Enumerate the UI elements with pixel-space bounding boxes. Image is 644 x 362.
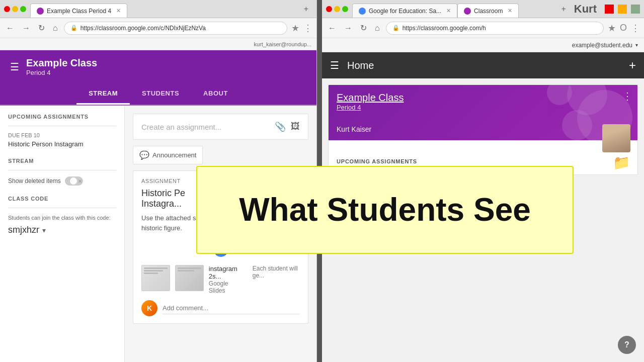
minimize-window-btn[interactable] — [12, 6, 18, 12]
tab-stream[interactable]: STREAM — [76, 83, 130, 105]
attachment-thumb-1[interactable] — [141, 265, 170, 291]
help-button[interactable]: ? — [618, 336, 636, 354]
window-user-label: Kurt — [574, 3, 601, 16]
assignment-type-text: ASSIGNMENT — [141, 178, 181, 184]
card-menu-btn[interactable]: ⋮ — [622, 90, 632, 102]
class-code-desc: Students can join the class with this co… — [8, 214, 116, 222]
right-home-btn[interactable]: ⌂ — [373, 23, 382, 34]
new-tab-btn[interactable]: + — [300, 5, 312, 14]
url-box[interactable]: 🔒 https://classroom.google.com/c/NDIxNjE… — [64, 22, 287, 35]
class-code-text: smjxhzr — [8, 225, 39, 235]
home-header: ☰ Home + — [322, 52, 644, 78]
class-name: Example Class — [26, 57, 97, 69]
comment-row: K — [141, 300, 300, 316]
comment-input[interactable] — [163, 302, 300, 314]
right-star-btn[interactable]: ★ — [608, 23, 616, 34]
sidebar: UPCOMING ASSIGNMENTS DUE FEB 10 Historic… — [0, 106, 125, 362]
class-code-label: CLASS CODE — [8, 196, 116, 202]
class-card: ⋮ Example Class Period 4 Kurt Kaiser UPC… — [328, 84, 638, 175]
right-forward-btn[interactable]: → — [342, 23, 354, 34]
tab-label: Example Class Period 4 — [47, 8, 111, 15]
back-btn[interactable]: ← — [4, 23, 16, 34]
right-close-btn[interactable] — [326, 6, 332, 12]
overlay-banner: What Students See — [196, 166, 574, 254]
tab-about[interactable]: ABOUT — [191, 83, 240, 105]
right-min-dash-btn[interactable] — [618, 5, 627, 14]
right-tab-1-label: Google for Education: Sa... — [369, 8, 441, 15]
divider2 — [8, 170, 116, 170]
user-avatar: K — [141, 300, 157, 316]
action-chips-row: 💬 Announcement — [133, 146, 308, 164]
right-tab-2-label: Classroom — [474, 8, 503, 15]
user-dropdown-icon[interactable]: ▾ — [635, 42, 638, 48]
maximize-window-btn[interactable] — [20, 6, 26, 12]
create-icons: 📎 🖼 — [275, 121, 300, 132]
refresh-btn[interactable]: ↻ — [36, 22, 47, 34]
card-period: Period 4 — [337, 104, 629, 111]
help-icon: ? — [624, 340, 629, 349]
divider3 — [8, 208, 116, 208]
menu-btn[interactable]: ⋮ — [303, 23, 312, 34]
close-tab-btn[interactable]: ✕ — [116, 8, 121, 14]
class-card-header: ⋮ Example Class Period 4 Kurt Kaiser — [329, 85, 637, 140]
announcement-chip[interactable]: 💬 Announcement — [133, 146, 203, 164]
home-btn[interactable]: ⌂ — [51, 23, 60, 34]
right-tab-1[interactable]: Google for Education: Sa... ✕ — [352, 4, 457, 18]
right-tab-2-close[interactable]: ✕ — [508, 8, 512, 14]
forward-btn[interactable]: → — [20, 23, 32, 34]
user-email: kurt_kaiser@roundup... — [254, 41, 311, 47]
right-max-btn[interactable] — [342, 6, 348, 12]
right-close-x-btn[interactable] — [605, 5, 614, 14]
right-tab-1-close[interactable]: ✕ — [446, 8, 451, 14]
right-url-text: https://classroom.google.com/h — [403, 25, 486, 32]
class-header: ☰ Example Class Period 4 — [0, 50, 316, 83]
upcoming-label: UPCOMING ASSIGNMENTS — [8, 114, 116, 120]
announcement-label: Announcement — [152, 151, 196, 159]
teacher-avatar — [602, 124, 630, 152]
hamburger-icon[interactable]: ☰ — [10, 61, 19, 73]
add-class-btn[interactable]: + — [629, 58, 636, 72]
bookmark-btn[interactable]: ★ — [291, 23, 299, 34]
toggle-knob — [70, 177, 77, 185]
attachments-row: instagram 2s... Google Slides Each stude… — [141, 265, 300, 294]
left-titlebar: Example Class Period 4 ✕ + — [0, 0, 316, 18]
code-dropdown-icon[interactable]: ▾ — [42, 226, 46, 234]
right-userbar: example@student.edu ▾ — [322, 38, 644, 52]
card-upcoming-label: UPCOMING ASSIGNMENTS — [337, 158, 629, 164]
right-settings-btn[interactable]: ⋮ — [631, 23, 640, 34]
close-window-btn[interactable] — [4, 6, 10, 12]
right-back-btn[interactable]: ← — [326, 23, 338, 34]
url-text: https://classroom.google.com/c/NDIxNjEzN… — [80, 25, 206, 32]
create-assignment-box[interactable]: Create an assignment... 📎 🖼 — [133, 114, 308, 140]
paperclip-icon[interactable]: 📎 — [275, 121, 286, 132]
class-code-section: CLASS CODE Students can join the class w… — [8, 196, 116, 235]
upcoming-assignment-name: Historic Person Instagram — [8, 140, 116, 148]
tab-students[interactable]: STUDENTS — [130, 83, 191, 105]
right-tab-2[interactable]: Classroom ✕ — [457, 4, 519, 18]
card-class-name[interactable]: Example Class — [337, 92, 629, 104]
right-hamburger-icon[interactable]: ☰ — [330, 59, 339, 71]
right-url-box[interactable]: 🔒 https://classroom.google.com/h — [386, 22, 604, 35]
folder-icon[interactable]: 📁 — [613, 154, 630, 171]
right-tab-2-icon — [464, 8, 471, 15]
right-restore-btn[interactable] — [631, 5, 640, 14]
tab-icon — [37, 8, 44, 15]
right-addressbar: ← → ↻ ⌂ 🔒 https://classroom.google.com/h… — [322, 18, 644, 38]
right-min-btn[interactable] — [334, 6, 340, 12]
stream-label: STREAM — [8, 158, 116, 164]
toggle-x-icon: ✕ — [78, 178, 82, 184]
right-new-tab-btn[interactable]: + — [557, 5, 570, 14]
right-titlebar: Google for Education: Sa... ✕ Classroom … — [322, 0, 644, 18]
left-addressbar: ← → ↻ ⌂ 🔒 https://classroom.google.com/c… — [0, 18, 316, 38]
active-tab[interactable]: Example Class Period 4 ✕ — [30, 4, 127, 18]
class-code-value: smjxhzr ▾ — [8, 225, 116, 235]
attachment-note: Each student will ge... — [253, 265, 300, 279]
right-refresh-btn[interactable]: ↻ — [358, 22, 369, 34]
right-opera-btn[interactable]: O — [620, 23, 627, 33]
attachment-type: Google Slides — [209, 280, 244, 294]
right-tab-1-icon — [359, 8, 366, 15]
tabs-navigation: STREAM STUDENTS ABOUT — [0, 83, 316, 106]
image-icon[interactable]: 🖼 — [291, 121, 300, 132]
attachment-thumb-2[interactable] — [175, 265, 204, 291]
show-deleted-toggle[interactable]: ✕ — [65, 176, 83, 186]
